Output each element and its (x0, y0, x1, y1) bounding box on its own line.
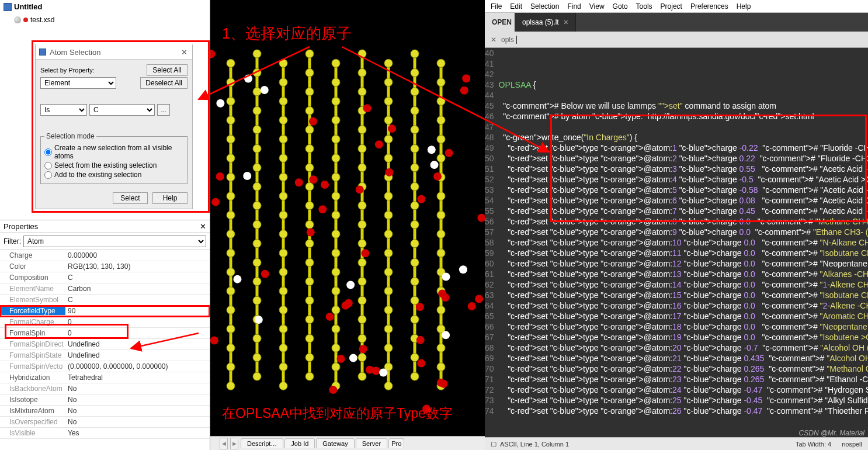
svg-point-373 (462, 74, 470, 82)
close-icon[interactable]: ✕ (179, 47, 189, 57)
property-row[interactable]: IsMixtureAtomNo (0, 406, 210, 417)
svg-point-403 (379, 369, 387, 377)
svg-point-396 (445, 149, 453, 157)
editor-tab-secondary[interactable]: ✕ opls (488, 36, 517, 44)
property-row[interactable]: Charge0.000000 (0, 250, 210, 261)
svg-point-339 (411, 354, 419, 362)
menu-file[interactable]: File (491, 2, 502, 11)
svg-point-344 (279, 382, 287, 390)
svg-point-327 (358, 334, 366, 342)
svg-point-243 (253, 182, 261, 191)
property-row[interactable]: IsOverspecifiedNo (0, 417, 210, 428)
svg-point-279 (411, 240, 419, 248)
svg-point-303 (253, 296, 261, 304)
filter-select[interactable]: Atom (23, 236, 206, 247)
property-select[interactable]: Element (40, 77, 116, 89)
svg-point-186 (332, 78, 340, 86)
menu-edit[interactable]: Edit (510, 2, 522, 11)
svg-point-188 (384, 78, 393, 86)
svg-point-397 (366, 366, 374, 374)
svg-point-380 (363, 104, 371, 112)
svg-point-370 (309, 175, 317, 184)
tab-scroll-right-icon[interactable]: ▶ (230, 438, 238, 449)
tab-scroll-left-icon[interactable]: ◀ (220, 438, 228, 449)
deselect-all-button[interactable]: Deselect All (140, 77, 188, 89)
svg-point-352 (417, 195, 425, 203)
svg-point-259 (411, 202, 419, 210)
help-button[interactable]: Help (152, 192, 188, 204)
tab-description[interactable]: Descript… (241, 438, 283, 448)
svg-point-219 (411, 126, 419, 134)
value-select[interactable]: C (89, 104, 155, 116)
line-gutter: 4041424344454647484950515253545556575859… (485, 48, 499, 437)
mode-add[interactable]: Add to the existing selection (44, 171, 183, 179)
browse-button[interactable]: ... (157, 104, 170, 116)
svg-point-349 (411, 372, 419, 380)
mode-new[interactable]: Create a new selection from all visible … (44, 144, 183, 160)
menu-preferences[interactable]: Preferences (690, 2, 728, 11)
menu-tools[interactable]: Tools (636, 2, 652, 11)
property-row[interactable]: HybridizationTetrahedral (0, 372, 210, 383)
svg-point-354 (261, 270, 269, 278)
svg-point-193 (253, 88, 261, 96)
svg-point-343 (253, 372, 261, 380)
menu-goto[interactable]: Goto (613, 2, 628, 11)
status-nospell[interactable]: nospell (842, 441, 862, 448)
tab-close-icon[interactable]: × (564, 18, 568, 27)
editor-tab-active[interactable]: oplsaa (5).lt × (515, 13, 576, 32)
svg-point-254 (279, 211, 287, 219)
svg-point-353 (416, 303, 424, 311)
code-area[interactable]: OPLSAA { "c-comment"># Below we will use… (499, 48, 868, 437)
property-row[interactable]: FormalSpinDirectUndefined (0, 339, 210, 350)
svg-point-312 (227, 325, 235, 333)
menu-help[interactable]: Help (737, 2, 751, 11)
viewport-3d[interactable] (210, 0, 485, 450)
svg-point-208 (384, 116, 393, 124)
menu-view[interactable]: View (589, 2, 605, 11)
svg-point-367 (459, 265, 467, 274)
status-tabwidth[interactable]: Tab Width: 4 (796, 441, 831, 448)
svg-point-286 (332, 268, 340, 276)
svg-point-381 (385, 168, 393, 176)
mode-existing[interactable]: Select from the existing selection (44, 161, 183, 169)
svg-point-213 (253, 126, 261, 134)
editor-area[interactable]: 4041424344454647484950515253545556575859… (485, 48, 868, 437)
svg-point-206 (332, 116, 340, 124)
property-row[interactable]: ElementSymbolC (0, 295, 210, 306)
menu-find[interactable]: Find (567, 2, 581, 11)
job-tabs: ◀ ▶ Descript… Job Id Gateway Server Pro (210, 436, 485, 450)
svg-point-280 (437, 249, 445, 257)
property-row[interactable]: ElementNameCarbon (0, 283, 210, 295)
svg-point-340 (437, 363, 445, 371)
app-icon (4, 3, 12, 11)
tab-jobid[interactable]: Job Id (284, 438, 315, 448)
property-row[interactable]: CompositionC (0, 272, 210, 283)
tab-progress[interactable]: Pro (388, 438, 404, 448)
property-row[interactable]: ColorRGB(130, 130, 130) (0, 261, 210, 272)
properties-close-icon[interactable]: ✕ (200, 222, 206, 231)
property-row[interactable]: ForcefieldType90 (0, 306, 210, 317)
operator-select[interactable]: Is (40, 104, 87, 116)
editor-tab-open[interactable]: OPEN (485, 13, 515, 32)
menu-selection[interactable]: Selection (530, 2, 559, 11)
svg-point-182 (227, 78, 235, 86)
tab-gateway[interactable]: Gateway (316, 438, 354, 448)
svg-point-242 (227, 192, 235, 200)
property-row[interactable]: IsBackboneAtomNo (0, 383, 210, 394)
svg-point-234 (279, 173, 287, 181)
svg-point-294 (279, 287, 287, 295)
svg-point-204 (279, 116, 287, 124)
property-row[interactable]: IsIsotopeNo (0, 394, 210, 406)
tree-item-file[interactable]: test.xsd (14, 15, 205, 25)
tab-server[interactable]: Server (356, 438, 387, 448)
properties-table[interactable]: Charge0.000000ColorRGB(130, 130, 130)Com… (0, 250, 210, 450)
status-position[interactable]: ASCII, Line 1, Column 1 (500, 441, 569, 448)
select-button[interactable]: Select (113, 192, 148, 204)
property-row[interactable]: IsVisibleYes (0, 428, 210, 439)
menu-project[interactable]: Project (661, 2, 682, 11)
svg-point-325 (305, 334, 314, 342)
svg-point-336 (332, 363, 340, 371)
property-row[interactable]: FormalSpinVecto(0.000000, 0.000000, 0.00… (0, 361, 210, 372)
property-row[interactable]: FormalSpinStateUndefined (0, 350, 210, 361)
select-all-button[interactable]: Select All (147, 64, 188, 76)
